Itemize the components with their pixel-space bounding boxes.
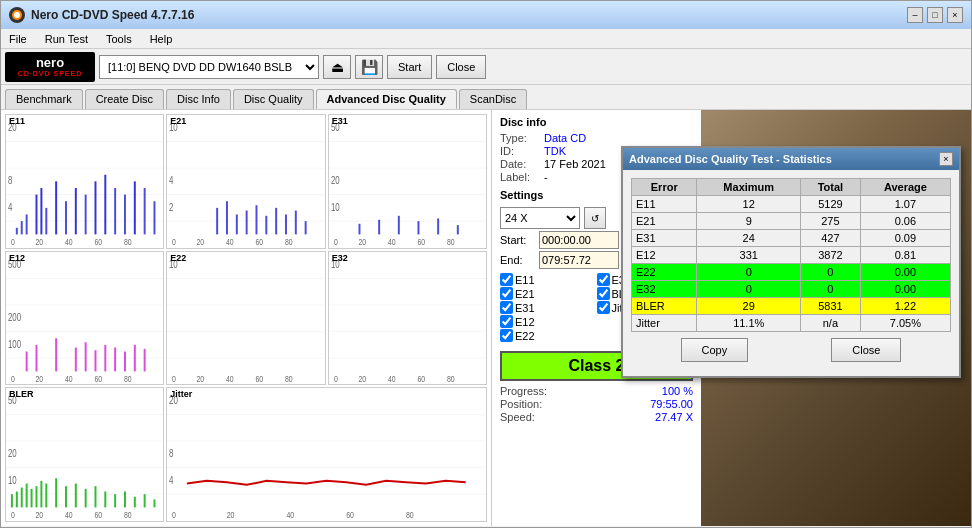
checkbox-e12-row: E12 (500, 315, 597, 328)
position-value: 79:55.00 (650, 398, 693, 410)
tab-advanced-disc-quality[interactable]: Advanced Disc Quality (316, 89, 457, 109)
svg-text:20: 20 (227, 510, 235, 520)
maximize-button[interactable]: □ (927, 7, 943, 23)
checkbox-e11[interactable] (500, 273, 513, 286)
checkbox-bler[interactable] (597, 287, 610, 300)
disc-id-label: ID: (500, 145, 540, 157)
svg-text:60: 60 (94, 237, 102, 247)
svg-text:60: 60 (417, 237, 425, 247)
drive-selector[interactable]: [11:0] BENQ DVD DD DW1640 BSLB (99, 55, 319, 79)
stats-dialog-close-button[interactable]: Close (831, 338, 901, 362)
graph-bler-label: BLER (9, 389, 34, 399)
svg-text:200: 200 (8, 312, 21, 323)
checkbox-e31[interactable] (500, 301, 513, 314)
position-label: Position: (500, 398, 542, 410)
svg-text:0: 0 (172, 510, 176, 520)
end-time-input[interactable] (539, 251, 619, 269)
eject-button[interactable]: ⏏ (323, 55, 351, 79)
svg-rect-132 (31, 489, 33, 508)
svg-text:80: 80 (285, 237, 293, 247)
svg-text:80: 80 (124, 374, 132, 384)
stats-content: Error Maximum Total Average E11 12 5129 … (623, 170, 959, 376)
svg-rect-133 (35, 487, 37, 508)
tab-create-disc[interactable]: Create Disc (85, 89, 164, 109)
tab-benchmark[interactable]: Benchmark (5, 89, 83, 109)
start-time-input[interactable] (539, 231, 619, 249)
stats-close-x-button[interactable]: × (939, 152, 953, 166)
menu-run-test[interactable]: Run Test (41, 32, 92, 46)
svg-rect-86 (85, 342, 87, 371)
progress-value: 100 % (662, 385, 693, 397)
stats-e12-label: E12 (632, 247, 697, 264)
svg-rect-87 (94, 350, 96, 371)
svg-text:0: 0 (334, 374, 338, 384)
table-row-bler: BLER 29 5831 1.22 (632, 298, 951, 315)
graph-jitter-label: Jitter (170, 389, 192, 399)
svg-rect-18 (75, 188, 77, 234)
svg-text:20: 20 (358, 237, 366, 247)
svg-text:20: 20 (35, 374, 43, 384)
disc-label-label: Label: (500, 171, 540, 183)
svg-rect-152 (167, 388, 486, 521)
stats-e12-max: 331 (697, 247, 801, 264)
svg-text:20: 20 (358, 374, 366, 384)
checkbox-e22[interactable] (500, 329, 513, 342)
stats-dialog: Advanced Disc Quality Test - Statistics … (621, 146, 961, 378)
stats-jitter-label: Jitter (632, 315, 697, 332)
svg-text:20: 20 (197, 374, 205, 384)
checkbox-e12[interactable] (500, 315, 513, 328)
start-button[interactable]: Start (387, 55, 432, 79)
svg-text:60: 60 (256, 374, 264, 384)
svg-text:4: 4 (169, 175, 173, 186)
stats-e12-avg: 0.81 (860, 247, 950, 264)
svg-text:80: 80 (447, 374, 455, 384)
svg-rect-141 (104, 492, 106, 508)
disc-info-title: Disc info (500, 116, 693, 128)
tab-scan-disc[interactable]: ScanDisc (459, 89, 527, 109)
menu-file[interactable]: File (5, 32, 31, 46)
disc-type-row: Type: Data CD (500, 132, 693, 144)
menu-tools[interactable]: Tools (102, 32, 136, 46)
settings-refresh-button[interactable]: ↺ (584, 207, 606, 229)
checkbox-e21[interactable] (500, 287, 513, 300)
minimize-button[interactable]: – (907, 7, 923, 23)
svg-rect-89 (114, 347, 116, 371)
title-bar-left: Nero CD-DVD Speed 4.7.7.16 (9, 7, 194, 23)
svg-rect-88 (104, 345, 106, 372)
svg-text:10: 10 (331, 201, 340, 212)
svg-text:4: 4 (169, 475, 173, 486)
window-close-button[interactable]: × (947, 7, 963, 23)
svg-rect-42 (236, 214, 238, 234)
toolbar: nero CD·DVD SPEED [11:0] BENQ DVD DD DW1… (1, 49, 971, 85)
progress-label: Progress: (500, 385, 547, 397)
svg-text:4: 4 (8, 201, 12, 212)
svg-rect-82 (26, 351, 28, 371)
stats-e11-avg: 1.07 (860, 196, 950, 213)
checkbox-jitter[interactable] (597, 301, 610, 314)
svg-text:40: 40 (65, 237, 73, 247)
tab-disc-quality[interactable]: Disc Quality (233, 89, 314, 109)
disc-label-value: - (544, 171, 548, 183)
nero-logo: nero CD·DVD SPEED (5, 52, 95, 82)
speed-selector[interactable]: 24 X (500, 207, 580, 229)
checkbox-e32[interactable] (597, 273, 610, 286)
disc-date-label: Date: (500, 158, 540, 170)
menu-help[interactable]: Help (146, 32, 177, 46)
close-toolbar-button[interactable]: Close (436, 55, 486, 79)
copy-button[interactable]: Copy (681, 338, 749, 362)
save-button[interactable]: 💾 (355, 55, 383, 79)
svg-text:80: 80 (124, 510, 132, 520)
tab-disc-info[interactable]: Disc Info (166, 89, 231, 109)
end-time-label: End: (500, 254, 535, 266)
graph-jitter: Jitter 20 8 4 0 20 40 60 80 (166, 387, 487, 522)
checkbox-e31-row: E31 (500, 301, 597, 314)
svg-rect-139 (85, 489, 87, 508)
svg-text:40: 40 (287, 510, 295, 520)
table-row: E11 12 5129 1.07 (632, 196, 951, 213)
svg-rect-130 (21, 488, 23, 508)
stats-header-total: Total (801, 179, 861, 196)
graphs-area: E11 20 8 4 (1, 110, 491, 526)
checkbox-e31-label: E31 (515, 302, 535, 314)
svg-text:80: 80 (406, 510, 414, 520)
svg-text:40: 40 (65, 374, 73, 384)
